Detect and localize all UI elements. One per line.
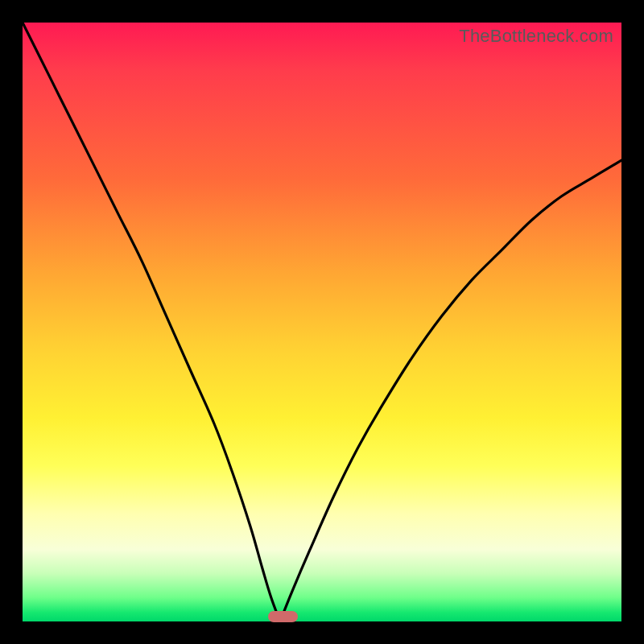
curve-right-branch — [280, 160, 621, 621]
plot-area: TheBottleneck.com — [23, 23, 621, 621]
curve-left-branch — [23, 23, 280, 621]
bottleneck-curve — [23, 23, 621, 621]
chart-frame: TheBottleneck.com — [0, 0, 644, 644]
optimum-marker — [268, 611, 298, 622]
